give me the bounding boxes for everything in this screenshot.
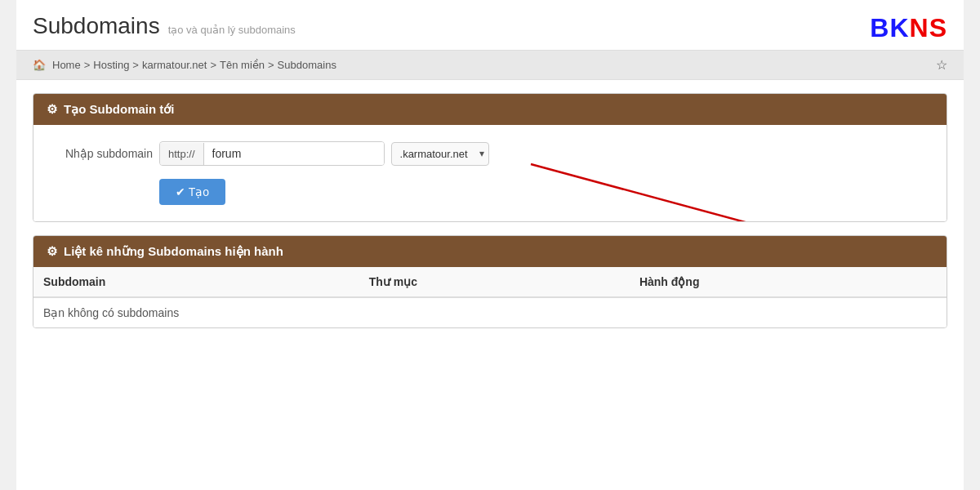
logo-ns: NS <box>910 13 947 43</box>
subdomain-form-row: Nhập subdomain http:// .karmatour.net <box>47 141 933 166</box>
empty-message: Bạn không có subdomains <box>33 297 947 327</box>
page-subtitle: tạo và quản lý subdomains <box>168 24 296 36</box>
bookmark-icon[interactable]: ☆ <box>936 57 947 73</box>
create-panel-body: Nhập subdomain http:// .karmatour.net <box>33 125 947 221</box>
subdomains-table: Subdomain Thư mục Hành động Bạn không có… <box>33 267 947 327</box>
breadcrumb-sep-1: > <box>84 59 91 71</box>
subdomain-input[interactable] <box>204 142 384 165</box>
breadcrumb-nav: 🏠 Home > Hosting > karmatour.net > Tên m… <box>33 59 336 71</box>
create-panel-header: ⚙ Tạo Subdomain tới <box>33 94 947 125</box>
subdomain-input-group: http:// <box>159 141 385 166</box>
bkns-logo: BKNS <box>870 13 947 43</box>
breadcrumb-sep-2: > <box>132 59 139 71</box>
breadcrumb-hosting[interactable]: Hosting <box>93 59 129 71</box>
http-prefix: http:// <box>160 143 204 165</box>
table-header-row: Subdomain Thư mục Hành động <box>33 267 947 297</box>
breadcrumb-ten-mien[interactable]: Tên miền <box>220 59 265 71</box>
home-icon: 🏠 <box>33 59 46 71</box>
page-title: Subdomains <box>33 13 160 39</box>
list-panel-icon: ⚙ <box>47 244 57 259</box>
svg-line-1 <box>531 164 808 222</box>
breadcrumb-current: Subdomains <box>278 59 336 71</box>
page-wrapper: Subdomains tạo và quản lý subdomains BKN… <box>16 0 964 490</box>
col-folder: Thư mục <box>359 267 630 297</box>
table-row: Bạn không có subdomains <box>33 297 947 327</box>
header: Subdomains tạo và quản lý subdomains BKN… <box>16 0 964 50</box>
main-content: ⚙ Tạo Subdomain tới Nhập subdomain http:… <box>16 80 964 341</box>
breadcrumb-sep-3: > <box>210 59 216 71</box>
create-button[interactable]: ✔ Tạo <box>159 179 225 205</box>
domain-select-wrapper: .karmatour.net <box>391 142 489 166</box>
annotation-arrow <box>33 125 947 222</box>
create-panel: ⚙ Tạo Subdomain tới Nhập subdomain http:… <box>33 93 947 222</box>
header-title-area: Subdomains tạo và quản lý subdomains <box>33 13 296 39</box>
breadcrumb-home[interactable]: Home <box>52 59 81 71</box>
create-panel-icon: ⚙ <box>47 102 57 117</box>
list-panel-body: Subdomain Thư mục Hành động Bạn không có… <box>33 267 947 327</box>
breadcrumb-domain[interactable]: karmatour.net <box>142 59 207 71</box>
create-panel-title: Tạo Subdomain tới <box>64 102 175 117</box>
breadcrumb-sep-4: > <box>268 59 274 71</box>
col-subdomain: Subdomain <box>33 267 359 297</box>
domain-select[interactable]: .karmatour.net <box>391 142 489 166</box>
list-panel-title: Liệt kê những Subdomains hiện hành <box>64 244 283 259</box>
subdomain-label: Nhập subdomain <box>47 147 153 160</box>
breadcrumb: 🏠 Home > Hosting > karmatour.net > Tên m… <box>16 50 964 80</box>
list-panel: ⚙ Liệt kê những Subdomains hiện hành Sub… <box>33 235 947 328</box>
logo-bk: BK <box>870 13 909 43</box>
col-action: Hành động <box>630 267 947 297</box>
list-panel-header: ⚙ Liệt kê những Subdomains hiện hành <box>33 236 947 267</box>
